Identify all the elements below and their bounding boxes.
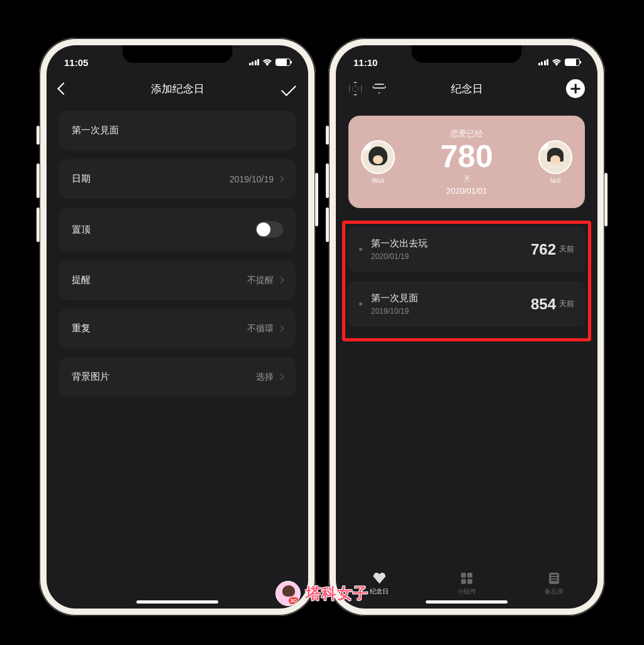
- back-button[interactable]: [59, 84, 97, 93]
- watermark: 塔科女子: [275, 581, 369, 606]
- remind-label: 提醒: [72, 274, 91, 286]
- card-unit: 天: [395, 174, 538, 184]
- signal-icon: [249, 59, 260, 65]
- event-count: 854: [531, 295, 556, 313]
- pin-row: 置顶: [59, 207, 296, 251]
- checkmark-icon: [281, 81, 296, 96]
- home-indicator[interactable]: [426, 600, 508, 604]
- bg-label: 背景图片: [72, 371, 109, 383]
- content: 第一次見面 日期 2019/10/19 置顶 提醒 不提醒 重复 不循環 背景图…: [47, 104, 308, 609]
- screen-left: 11:05 添加纪念日 第一次見面 日期 2019/10/19 置顶: [47, 45, 308, 609]
- event-date: 2019/10/19: [371, 307, 531, 316]
- side-button: [36, 126, 40, 145]
- bullet-icon: [359, 248, 362, 251]
- event-row[interactable]: 第一次見面 2019/10/19 854 天前: [348, 281, 586, 327]
- pin-label: 置顶: [72, 224, 91, 236]
- tab-label: 纪念日: [370, 587, 389, 596]
- chevron-left-icon: [57, 82, 70, 95]
- nav-title: 添加纪念日: [97, 82, 258, 96]
- event-title: 第一次見面: [371, 292, 531, 304]
- repeat-label: 重复: [72, 322, 91, 334]
- tab-widgets[interactable]: 小组件: [457, 571, 476, 596]
- power-button: [604, 173, 608, 226]
- power-button: [315, 173, 318, 226]
- tab-memo[interactable]: 备忘录: [545, 571, 564, 596]
- volume-down-button: [326, 207, 329, 242]
- screen-right: 11:10 纪念日 ♥ Wuli 恋爱已经: [336, 45, 597, 609]
- phone-right: 11:10 纪念日 ♥ Wuli 恋爱已经: [328, 38, 605, 616]
- heart-icon: [372, 571, 387, 585]
- card-date: 2020/01/01: [395, 186, 538, 196]
- status-icons: [538, 58, 580, 66]
- pin-toggle[interactable]: [255, 221, 283, 238]
- avatar-right[interactable]: ♥ Noli: [538, 140, 572, 184]
- background-row[interactable]: 背景图片 选择: [59, 357, 296, 397]
- date-label: 日期: [72, 173, 91, 185]
- tab-label: 小组件: [457, 587, 476, 596]
- settings-icon[interactable]: [348, 82, 362, 96]
- date-row[interactable]: 日期 2019/10/19: [59, 159, 296, 199]
- chevron-right-icon: [278, 176, 284, 182]
- side-button: [326, 126, 329, 145]
- bg-value: 选择: [256, 372, 274, 383]
- avatar-left[interactable]: ♥ Wuli: [361, 140, 395, 184]
- event-date: 2020/01/19: [371, 252, 531, 261]
- nav-bar: 添加纪念日: [47, 73, 308, 104]
- event-row[interactable]: 第一次出去玩 2020/01/19 762 天前: [348, 226, 586, 272]
- wifi-icon: [262, 58, 272, 66]
- home-indicator[interactable]: [136, 600, 218, 604]
- volume-up-button: [326, 163, 329, 198]
- event-suffix: 天前: [559, 244, 574, 255]
- nav-bar: 纪念日: [336, 73, 597, 104]
- battery-icon: [565, 58, 580, 66]
- card-subtitle: 恋爱已经: [395, 128, 538, 140]
- event-title: 第一次出去玩: [371, 238, 531, 250]
- event-suffix: 天前: [559, 299, 574, 309]
- status-icons: [249, 58, 291, 66]
- toggle-knob: [257, 223, 270, 236]
- premium-icon[interactable]: [372, 84, 386, 94]
- notch: [412, 45, 522, 63]
- tab-anniversary[interactable]: 纪念日: [370, 571, 389, 596]
- repeat-row[interactable]: 重复 不循環: [59, 309, 296, 348]
- remind-value: 不提醒: [247, 275, 274, 286]
- grid-icon: [459, 571, 474, 585]
- status-time: 11:05: [64, 57, 88, 68]
- battery-icon: [275, 58, 291, 66]
- chevron-right-icon: [278, 326, 284, 332]
- volume-down-button: [36, 207, 40, 242]
- event-count: 762: [531, 241, 556, 258]
- love-days-card[interactable]: ♥ Wuli 恋爱已经 780 天 2020/01/01 ♥ Noli: [348, 116, 585, 208]
- notch: [123, 45, 233, 63]
- date-value: 2019/10/19: [230, 174, 274, 184]
- chevron-right-icon: [278, 374, 284, 380]
- volume-up-button: [36, 163, 40, 198]
- name-value: 第一次見面: [72, 124, 119, 136]
- nav-title: 纪念日: [386, 82, 547, 96]
- repeat-value: 不循環: [247, 323, 274, 334]
- watermark-text: 塔科女子: [306, 583, 369, 604]
- chevron-right-icon: [278, 277, 284, 284]
- remind-row[interactable]: 提醒 不提醒: [59, 260, 296, 300]
- tab-label: 备忘录: [545, 587, 564, 596]
- phone-left: 11:05 添加纪念日 第一次見面 日期 2019/10/19 置顶: [39, 38, 316, 616]
- avatar-left-name: Wuli: [361, 177, 395, 184]
- highlight-annotation: 第一次出去玩 2020/01/19 762 天前 第一次見面 2019/10/1…: [342, 221, 591, 341]
- avatar-right-name: Noli: [538, 177, 572, 184]
- watermark-avatar: [275, 581, 301, 606]
- note-icon: [547, 571, 562, 585]
- add-button[interactable]: [566, 79, 585, 98]
- confirm-button[interactable]: [258, 85, 296, 92]
- status-time: 11:10: [353, 57, 377, 68]
- heart-icon: ♥: [538, 140, 548, 150]
- heart-icon: ♥: [361, 140, 371, 150]
- wifi-icon: [552, 58, 562, 66]
- signal-icon: [538, 59, 549, 65]
- name-input-row[interactable]: 第一次見面: [59, 111, 296, 150]
- bullet-icon: [359, 302, 362, 306]
- content[interactable]: ♥ Wuli 恋爱已经 780 天 2020/01/01 ♥ Noli: [336, 104, 597, 566]
- card-days: 780: [395, 140, 538, 174]
